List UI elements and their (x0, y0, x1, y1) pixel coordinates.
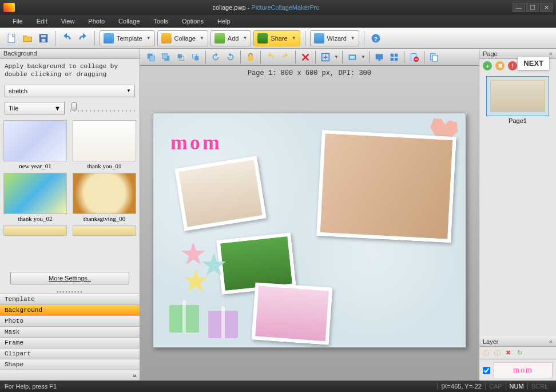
preview-icon[interactable] (346, 51, 359, 64)
send-back-icon[interactable] (145, 51, 157, 64)
background-item[interactable]: thank you_01 (73, 120, 136, 169)
background-item[interactable]: thank you_02 (3, 173, 67, 222)
accordion-template[interactable]: Template (0, 294, 140, 305)
delete-icon[interactable] (299, 51, 312, 64)
close-button[interactable]: ✕ (540, 3, 553, 12)
app-name: PictureCollageMakerPro (251, 4, 319, 11)
remove-page2-icon[interactable]: ✖ (495, 61, 505, 70)
accordion-photo[interactable]: Photo (0, 316, 140, 327)
layer-info-icon[interactable]: ⓘ (483, 349, 491, 357)
splitter-grip[interactable]: ▪▪▪▪▪▪▪▪▪ (0, 289, 140, 294)
category-accordion: TemplateBackgroundPhotoMaskFrameClipartS… (0, 294, 140, 370)
save-icon[interactable] (37, 31, 50, 45)
zoom-slider[interactable] (70, 102, 135, 114)
tile-dropdown[interactable]: Tile▼ (5, 102, 65, 114)
svg-rect-14 (248, 57, 253, 61)
menu-file[interactable]: File (7, 17, 29, 26)
redo-icon[interactable] (76, 31, 90, 45)
new-icon[interactable] (5, 31, 18, 45)
photo-bottom[interactable] (252, 282, 333, 345)
background-item[interactable]: thanksgiving_00 (73, 173, 136, 222)
status-cap: CAP (485, 383, 506, 390)
svg-rect-9 (162, 53, 168, 58)
svg-rect-19 (378, 59, 380, 61)
bring-forward-icon[interactable] (189, 51, 202, 64)
svg-rect-21 (395, 53, 398, 56)
bring-front-icon[interactable] (160, 51, 172, 64)
photo-main[interactable] (316, 129, 456, 242)
svg-rect-27 (432, 55, 437, 61)
layer-panel-close-icon[interactable]: × (549, 338, 553, 345)
svg-rect-0 (8, 34, 15, 42)
layer-delete-icon[interactable]: ✖ (506, 349, 514, 357)
layer-warn-icon[interactable]: ⓘ (494, 349, 502, 357)
copy-page-icon[interactable] (428, 51, 440, 64)
svg-rect-2 (41, 35, 46, 37)
open-icon[interactable] (21, 31, 34, 45)
gift-sticker[interactable] (169, 305, 199, 332)
collage-dropdown[interactable]: Collage▼ (157, 30, 208, 46)
lock-icon[interactable] (244, 51, 257, 64)
menu-photo[interactable]: Photo (82, 17, 110, 26)
background-item[interactable] (3, 225, 67, 236)
layer-panel-header: Layer× (479, 336, 556, 347)
grid-icon[interactable] (388, 51, 400, 64)
display-icon[interactable] (373, 51, 386, 64)
layer-refresh-icon[interactable]: ↻ (517, 349, 525, 357)
resize-grip-icon[interactable]: ⋰# (0, 384, 8, 392)
fit-caret[interactable]: ▼ (334, 54, 339, 60)
menu-edit[interactable]: Edit (31, 17, 53, 26)
menu-tools[interactable]: Tools (148, 17, 174, 26)
info-page-icon[interactable]: ! (508, 61, 517, 70)
rotate-right-icon[interactable] (224, 51, 237, 64)
accordion-frame[interactable]: Frame (0, 338, 140, 349)
accordion-background[interactable]: Background (0, 305, 140, 316)
stretch-dropdown[interactable]: stretch▼ (5, 85, 135, 97)
preview-caret[interactable]: ▼ (361, 54, 366, 60)
photo-top-left[interactable] (174, 156, 266, 231)
wizard-dropdown[interactable]: Wizard▼ (310, 30, 359, 46)
accordion-shape[interactable]: Shape (0, 359, 140, 370)
accordion-clipart[interactable]: Clipart (0, 349, 140, 359)
help-icon[interactable]: ? (369, 31, 383, 45)
maximize-button[interactable]: ☐ (526, 3, 539, 12)
rotate-left-icon[interactable] (209, 51, 222, 64)
send-backward-icon[interactable] (174, 51, 187, 64)
add-dropdown[interactable]: Add▼ (211, 30, 252, 46)
template-dropdown[interactable]: Template▼ (100, 30, 155, 46)
undo2-icon[interactable] (264, 51, 277, 64)
page-info: Page 1: 800 x 600 px, DPI: 300 (140, 66, 479, 80)
menu-collage[interactable]: Collage (113, 17, 145, 26)
background-item[interactable]: new year_01 (3, 120, 67, 169)
more-settings-button[interactable]: More Settings.. (10, 272, 129, 284)
remove-page-icon[interactable] (408, 51, 420, 64)
share-dropdown[interactable]: Share▼ (253, 30, 300, 46)
undo-icon[interactable] (60, 31, 74, 45)
layer-item[interactable]: mom (479, 359, 556, 381)
collage-canvas[interactable]: mom (153, 113, 466, 348)
minimize-button[interactable]: — (513, 3, 525, 12)
mom-text[interactable]: mom (170, 130, 222, 155)
menu-help[interactable]: Help (212, 17, 236, 26)
accordion-mask[interactable]: Mask (0, 327, 140, 338)
menu-view[interactable]: View (55, 17, 81, 26)
svg-rect-18 (376, 54, 383, 59)
add-page-icon[interactable]: ＋ (483, 61, 492, 70)
layer-visible-checkbox[interactable] (483, 367, 490, 374)
svg-rect-23 (395, 57, 398, 60)
svg-rect-7 (149, 56, 154, 61)
page-panel-close-icon[interactable]: × (549, 50, 553, 57)
star-sticker[interactable] (181, 242, 206, 267)
star-sticker[interactable] (183, 269, 208, 294)
main-toolbar: Template▼ Collage▼ Add▼ Share▼ Wizard▼ ? (0, 27, 556, 49)
background-panel-header: Background (0, 49, 140, 59)
menu-options[interactable]: Options (176, 17, 209, 26)
redo2-icon[interactable] (279, 51, 292, 64)
background-item[interactable] (73, 225, 136, 236)
fit-icon[interactable] (319, 51, 332, 64)
gift-sticker[interactable] (208, 311, 238, 338)
next-button[interactable]: NEXT (518, 57, 549, 70)
page-thumbnail[interactable] (486, 76, 549, 116)
collapse-strip[interactable]: » (0, 370, 140, 381)
title-bar: collage.pwp - PictureCollageMakerPro — ☐… (0, 0, 556, 15)
